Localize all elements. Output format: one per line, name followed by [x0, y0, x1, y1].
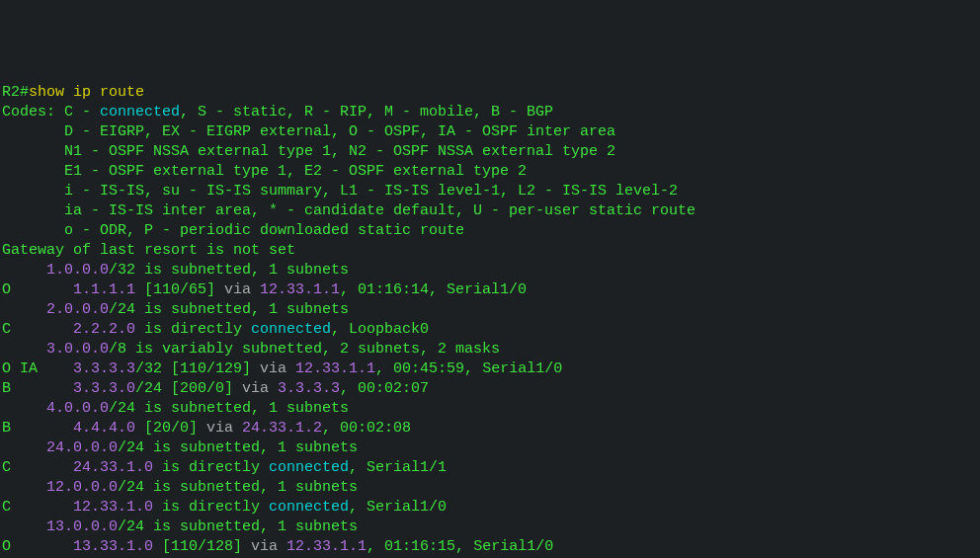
route-line: C 24.33.1.0 is directly connected, Seria… — [2, 458, 978, 478]
route-line: 13.0.0.0/24 is subnetted, 1 subnets — [2, 518, 978, 537]
route-line: O IA 3.3.3.3/32 [110/129] via 12.33.1.1,… — [2, 359, 978, 379]
route-line: 2.0.0.0/24 is subnetted, 1 subnets — [2, 300, 978, 320]
route-line: 24.0.0.0/24 is subnetted, 1 subnets — [2, 438, 978, 458]
gateway-line: Gateway of last resort is not set — [2, 241, 978, 261]
codes-line: ia - IS-IS inter area, * - candidate def… — [2, 201, 978, 221]
codes-line: E1 - OSPF external type 1, E2 - OSPF ext… — [2, 162, 978, 182]
command-line: R2#show ip route — [2, 83, 978, 103]
route-line: 1.0.0.0/32 is subnetted, 1 subnets — [2, 261, 978, 280]
command-text: show ip route — [29, 84, 144, 101]
codes-line: o - ODR, P - periodic downloaded static … — [2, 221, 978, 241]
route-line: O 13.33.1.0 [110/128] via 12.33.1.1, 01:… — [2, 537, 978, 557]
route-line: C 2.2.2.0 is directly connected, Loopbac… — [2, 320, 978, 340]
route-line: C 12.33.1.0 is directly connected, Seria… — [2, 498, 978, 518]
route-line: B 3.3.3.0/24 [200/0] via 3.3.3.3, 00:02:… — [2, 379, 978, 399]
route-line: B 4.4.4.0 [20/0] via 24.33.1.2, 00:02:08 — [2, 419, 978, 438]
route-line: O 1.1.1.1 [110/65] via 12.33.1.1, 01:16:… — [2, 280, 978, 300]
route-line: 3.0.0.0/8 is variably subnetted, 2 subne… — [2, 340, 978, 359]
codes-line: D - EIGRP, EX - EIGRP external, O - OSPF… — [2, 122, 978, 142]
route-line: 4.0.0.0/24 is subnetted, 1 subnets — [2, 399, 978, 419]
route-line: 12.0.0.0/24 is subnetted, 1 subnets — [2, 478, 978, 498]
codes-line: Codes: C - connected, S - static, R - RI… — [2, 103, 978, 122]
prompt: R2# — [2, 84, 29, 101]
codes-line: N1 - OSPF NSSA external type 1, N2 - OSP… — [2, 142, 978, 162]
codes-line: i - IS-IS, su - IS-IS summary, L1 - IS-I… — [2, 182, 978, 201]
terminal-output[interactable]: R2#show ip routeCodes: C - connected, S … — [2, 83, 978, 558]
